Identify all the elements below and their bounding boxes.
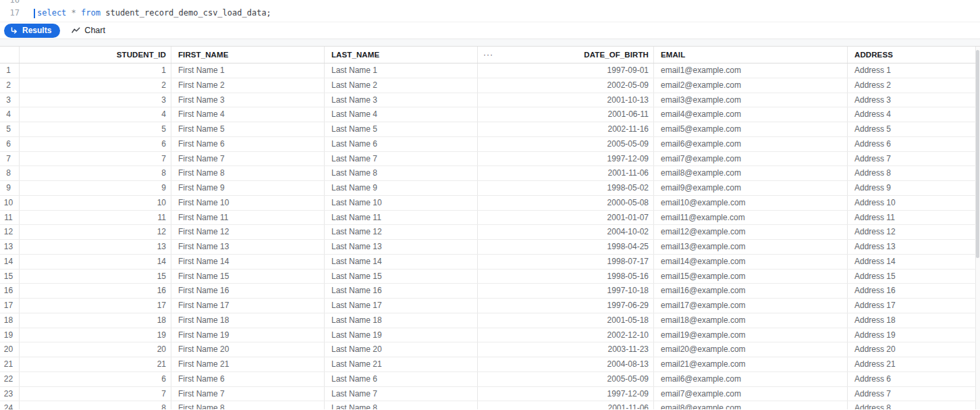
cell-email[interactable]: email11@example.com xyxy=(654,211,848,225)
cell-student-id[interactable]: 6 xyxy=(20,137,171,151)
cell-student-id[interactable]: 3 xyxy=(20,93,171,107)
cell-student-id[interactable]: 5 xyxy=(20,122,171,136)
cell-first-name[interactable]: First Name 13 xyxy=(171,240,325,254)
cell-student-id[interactable]: 11 xyxy=(20,211,171,225)
cell-first-name[interactable]: First Name 9 xyxy=(171,181,325,195)
cell-last-name[interactable]: Last Name 8 xyxy=(325,166,478,180)
cell-last-name[interactable]: Last Name 13 xyxy=(325,240,478,254)
cell-email[interactable]: email18@example.com xyxy=(654,313,848,328)
cell-last-name[interactable]: Last Name 18 xyxy=(325,313,478,328)
cell-email[interactable]: email19@example.com xyxy=(654,328,848,342)
cell-email[interactable]: email1@example.com xyxy=(654,63,848,78)
row-number[interactable]: 5 xyxy=(0,122,20,136)
cell-address[interactable]: Address 15 xyxy=(848,270,976,284)
cell-student-id[interactable]: 1 xyxy=(20,63,171,78)
cell-date-of-birth[interactable]: 2001-10-13 xyxy=(478,93,654,107)
cell-address[interactable]: Address 4 xyxy=(848,107,976,122)
cell-address[interactable]: Address 18 xyxy=(848,313,976,328)
cell-first-name[interactable]: First Name 21 xyxy=(171,357,325,371)
cell-address[interactable]: Address 17 xyxy=(848,299,976,313)
cell-date-of-birth[interactable]: 1997-12-09 xyxy=(478,152,654,166)
cell-email[interactable]: email15@example.com xyxy=(654,270,848,284)
cell-first-name[interactable]: First Name 12 xyxy=(171,225,325,239)
cell-last-name[interactable]: Last Name 20 xyxy=(325,342,478,357)
cell-date-of-birth[interactable]: 2001-01-07 xyxy=(478,211,654,225)
editor-line[interactable]: 16 xyxy=(0,0,980,7)
sql-statement[interactable]: select * from student_record_demo_csv_lo… xyxy=(22,7,271,20)
cell-date-of-birth[interactable]: 2004-10-02 xyxy=(478,225,654,239)
cell-last-name[interactable]: Last Name 2 xyxy=(325,78,478,93)
cell-address[interactable]: Address 2 xyxy=(848,78,976,93)
cell-student-id[interactable]: 17 xyxy=(20,299,171,313)
cell-last-name[interactable]: Last Name 1 xyxy=(325,63,478,78)
cell-first-name[interactable]: First Name 5 xyxy=(171,122,325,136)
cell-address[interactable]: Address 21 xyxy=(848,357,976,371)
row-number[interactable]: 9 xyxy=(0,181,20,195)
cell-address[interactable]: Address 11 xyxy=(848,211,976,225)
cell-email[interactable]: email16@example.com xyxy=(654,284,848,298)
cell-last-name[interactable]: Last Name 6 xyxy=(325,137,478,151)
cell-last-name[interactable]: Last Name 14 xyxy=(325,255,478,269)
cell-email[interactable]: email17@example.com xyxy=(654,299,848,313)
cell-email[interactable]: email14@example.com xyxy=(654,255,848,269)
column-header-address[interactable]: ADDRESS xyxy=(848,47,976,63)
cell-date-of-birth[interactable]: 2004-08-13 xyxy=(478,357,654,371)
cell-first-name[interactable]: First Name 11 xyxy=(171,211,325,225)
cell-first-name[interactable]: First Name 18 xyxy=(171,313,325,328)
row-number[interactable]: 20 xyxy=(0,342,20,357)
row-number[interactable]: 14 xyxy=(0,255,20,269)
cell-student-id[interactable]: 8 xyxy=(20,401,171,409)
cell-email[interactable]: email4@example.com xyxy=(654,107,848,122)
sql-editor[interactable]: 16 17 select * from student_record_demo_… xyxy=(0,0,980,22)
collapsed-columns-indicator[interactable]: ··· xyxy=(483,51,493,59)
row-number[interactable]: 24 xyxy=(0,401,20,409)
cell-first-name[interactable]: First Name 1 xyxy=(171,63,325,78)
cell-last-name[interactable]: Last Name 9 xyxy=(325,181,478,195)
cell-address[interactable]: Address 7 xyxy=(848,387,976,401)
cell-email[interactable]: email8@example.com xyxy=(654,166,848,180)
cell-last-name[interactable]: Last Name 17 xyxy=(325,299,478,313)
cell-date-of-birth[interactable]: 1998-04-25 xyxy=(478,240,654,254)
cell-student-id[interactable]: 15 xyxy=(20,270,171,284)
cell-student-id[interactable]: 8 xyxy=(20,166,171,180)
cell-date-of-birth[interactable]: 1998-05-02 xyxy=(478,181,654,195)
cell-email[interactable]: email13@example.com xyxy=(654,240,848,254)
cell-last-name[interactable]: Last Name 7 xyxy=(325,152,478,166)
cell-last-name[interactable]: Last Name 10 xyxy=(325,196,478,210)
cell-first-name[interactable]: First Name 15 xyxy=(171,270,325,284)
column-header-date-of-birth[interactable]: ··· DATE_OF_BIRTH xyxy=(478,47,654,63)
cell-email[interactable]: email9@example.com xyxy=(654,181,848,195)
cell-email[interactable]: email21@example.com xyxy=(654,357,848,371)
row-number[interactable]: 2 xyxy=(0,78,20,93)
cell-student-id[interactable]: 9 xyxy=(20,181,171,195)
row-number[interactable]: 12 xyxy=(0,225,20,239)
cell-email[interactable]: email3@example.com xyxy=(654,93,848,107)
cell-email[interactable]: email20@example.com xyxy=(654,342,848,357)
row-number[interactable]: 3 xyxy=(0,93,20,107)
cell-address[interactable]: Address 7 xyxy=(848,152,976,166)
cell-address[interactable]: Address 6 xyxy=(848,137,976,151)
cell-last-name[interactable]: Last Name 15 xyxy=(325,270,478,284)
cell-last-name[interactable]: Last Name 21 xyxy=(325,357,478,371)
cell-student-id[interactable]: 6 xyxy=(20,372,171,386)
cell-student-id[interactable]: 7 xyxy=(20,387,171,401)
row-number[interactable]: 8 xyxy=(0,166,20,180)
scrollbar-thumb[interactable] xyxy=(976,50,979,258)
cell-date-of-birth[interactable]: 2002-12-10 xyxy=(478,328,654,342)
cell-email[interactable]: email6@example.com xyxy=(654,137,848,151)
cell-date-of-birth[interactable]: 1998-07-17 xyxy=(478,255,654,269)
cell-date-of-birth[interactable]: 1998-05-16 xyxy=(478,270,654,284)
cell-first-name[interactable]: First Name 19 xyxy=(171,328,325,342)
cell-student-id[interactable]: 4 xyxy=(20,107,171,122)
cell-date-of-birth[interactable]: 2001-11-06 xyxy=(478,166,654,180)
cell-last-name[interactable]: Last Name 5 xyxy=(325,122,478,136)
cell-last-name[interactable]: Last Name 19 xyxy=(325,328,478,342)
cell-email[interactable]: email6@example.com xyxy=(654,372,848,386)
row-number[interactable]: 1 xyxy=(0,63,20,78)
cell-email[interactable]: email7@example.com xyxy=(654,387,848,401)
cell-first-name[interactable]: First Name 17 xyxy=(171,299,325,313)
cell-first-name[interactable]: First Name 6 xyxy=(171,372,325,386)
cell-first-name[interactable]: First Name 8 xyxy=(171,166,325,180)
row-number[interactable]: 22 xyxy=(0,372,20,386)
column-header-first-name[interactable]: FIRST_NAME xyxy=(171,47,325,63)
